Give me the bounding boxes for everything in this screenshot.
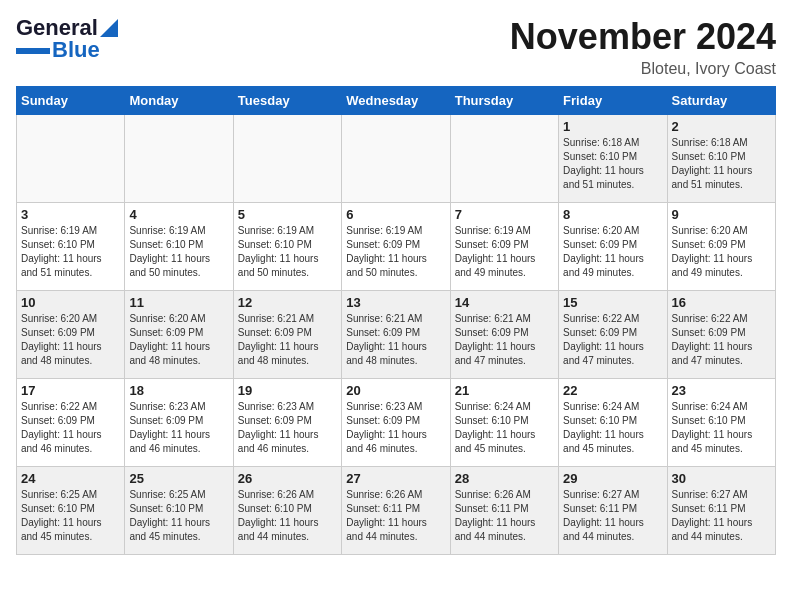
day-info: Sunrise: 6:22 AM Sunset: 6:09 PM Dayligh…: [563, 312, 662, 368]
day-info: Sunrise: 6:22 AM Sunset: 6:09 PM Dayligh…: [21, 400, 120, 456]
day-info: Sunrise: 6:21 AM Sunset: 6:09 PM Dayligh…: [455, 312, 554, 368]
day-info: Sunrise: 6:19 AM Sunset: 6:10 PM Dayligh…: [129, 224, 228, 280]
day-number: 9: [672, 207, 771, 222]
table-row: 10Sunrise: 6:20 AM Sunset: 6:09 PM Dayli…: [17, 291, 125, 379]
day-number: 16: [672, 295, 771, 310]
table-row: 26Sunrise: 6:26 AM Sunset: 6:10 PM Dayli…: [233, 467, 341, 555]
table-row: 23Sunrise: 6:24 AM Sunset: 6:10 PM Dayli…: [667, 379, 775, 467]
day-number: 10: [21, 295, 120, 310]
day-number: 27: [346, 471, 445, 486]
table-row: 27Sunrise: 6:26 AM Sunset: 6:11 PM Dayli…: [342, 467, 450, 555]
day-number: 25: [129, 471, 228, 486]
day-info: Sunrise: 6:27 AM Sunset: 6:11 PM Dayligh…: [672, 488, 771, 544]
day-info: Sunrise: 6:21 AM Sunset: 6:09 PM Dayligh…: [346, 312, 445, 368]
day-info: Sunrise: 6:23 AM Sunset: 6:09 PM Dayligh…: [346, 400, 445, 456]
calendar-week-row: 24Sunrise: 6:25 AM Sunset: 6:10 PM Dayli…: [17, 467, 776, 555]
day-number: 1: [563, 119, 662, 134]
day-info: Sunrise: 6:25 AM Sunset: 6:10 PM Dayligh…: [129, 488, 228, 544]
day-number: 29: [563, 471, 662, 486]
day-number: 22: [563, 383, 662, 398]
day-number: 30: [672, 471, 771, 486]
day-info: Sunrise: 6:26 AM Sunset: 6:10 PM Dayligh…: [238, 488, 337, 544]
table-row: 22Sunrise: 6:24 AM Sunset: 6:10 PM Dayli…: [559, 379, 667, 467]
day-number: 14: [455, 295, 554, 310]
header-wednesday: Wednesday: [342, 87, 450, 115]
day-info: Sunrise: 6:26 AM Sunset: 6:11 PM Dayligh…: [346, 488, 445, 544]
calendar-week-row: 10Sunrise: 6:20 AM Sunset: 6:09 PM Dayli…: [17, 291, 776, 379]
day-number: 21: [455, 383, 554, 398]
table-row: 3Sunrise: 6:19 AM Sunset: 6:10 PM Daylig…: [17, 203, 125, 291]
table-row: 14Sunrise: 6:21 AM Sunset: 6:09 PM Dayli…: [450, 291, 558, 379]
day-info: Sunrise: 6:18 AM Sunset: 6:10 PM Dayligh…: [563, 136, 662, 192]
day-number: 20: [346, 383, 445, 398]
header-sunday: Sunday: [17, 87, 125, 115]
day-number: 4: [129, 207, 228, 222]
table-row: 28Sunrise: 6:26 AM Sunset: 6:11 PM Dayli…: [450, 467, 558, 555]
table-row: 30Sunrise: 6:27 AM Sunset: 6:11 PM Dayli…: [667, 467, 775, 555]
table-row: [233, 115, 341, 203]
table-row: 29Sunrise: 6:27 AM Sunset: 6:11 PM Dayli…: [559, 467, 667, 555]
day-number: 5: [238, 207, 337, 222]
day-info: Sunrise: 6:22 AM Sunset: 6:09 PM Dayligh…: [672, 312, 771, 368]
day-number: 17: [21, 383, 120, 398]
day-number: 3: [21, 207, 120, 222]
table-row: 2Sunrise: 6:18 AM Sunset: 6:10 PM Daylig…: [667, 115, 775, 203]
day-info: Sunrise: 6:19 AM Sunset: 6:09 PM Dayligh…: [346, 224, 445, 280]
header: General Blue November 2024 Bloteu, Ivory…: [16, 16, 776, 78]
day-info: Sunrise: 6:26 AM Sunset: 6:11 PM Dayligh…: [455, 488, 554, 544]
table-row: 16Sunrise: 6:22 AM Sunset: 6:09 PM Dayli…: [667, 291, 775, 379]
day-info: Sunrise: 6:25 AM Sunset: 6:10 PM Dayligh…: [21, 488, 120, 544]
day-info: Sunrise: 6:21 AM Sunset: 6:09 PM Dayligh…: [238, 312, 337, 368]
table-row: 18Sunrise: 6:23 AM Sunset: 6:09 PM Dayli…: [125, 379, 233, 467]
table-row: 9Sunrise: 6:20 AM Sunset: 6:09 PM Daylig…: [667, 203, 775, 291]
calendar-week-row: 17Sunrise: 6:22 AM Sunset: 6:09 PM Dayli…: [17, 379, 776, 467]
svg-marker-0: [100, 19, 118, 37]
table-row: 8Sunrise: 6:20 AM Sunset: 6:09 PM Daylig…: [559, 203, 667, 291]
day-info: Sunrise: 6:23 AM Sunset: 6:09 PM Dayligh…: [129, 400, 228, 456]
calendar-week-row: 3Sunrise: 6:19 AM Sunset: 6:10 PM Daylig…: [17, 203, 776, 291]
day-info: Sunrise: 6:18 AM Sunset: 6:10 PM Dayligh…: [672, 136, 771, 192]
day-number: 24: [21, 471, 120, 486]
table-row: 5Sunrise: 6:19 AM Sunset: 6:10 PM Daylig…: [233, 203, 341, 291]
header-thursday: Thursday: [450, 87, 558, 115]
calendar-location: Bloteu, Ivory Coast: [510, 60, 776, 78]
day-number: 6: [346, 207, 445, 222]
day-info: Sunrise: 6:19 AM Sunset: 6:10 PM Dayligh…: [238, 224, 337, 280]
table-row: 7Sunrise: 6:19 AM Sunset: 6:09 PM Daylig…: [450, 203, 558, 291]
day-number: 15: [563, 295, 662, 310]
table-row: 25Sunrise: 6:25 AM Sunset: 6:10 PM Dayli…: [125, 467, 233, 555]
day-info: Sunrise: 6:24 AM Sunset: 6:10 PM Dayligh…: [455, 400, 554, 456]
calendar-table: Sunday Monday Tuesday Wednesday Thursday…: [16, 86, 776, 555]
table-row: 20Sunrise: 6:23 AM Sunset: 6:09 PM Dayli…: [342, 379, 450, 467]
day-info: Sunrise: 6:24 AM Sunset: 6:10 PM Dayligh…: [563, 400, 662, 456]
logo-blue-text: Blue: [52, 38, 100, 62]
day-number: 26: [238, 471, 337, 486]
day-info: Sunrise: 6:23 AM Sunset: 6:09 PM Dayligh…: [238, 400, 337, 456]
day-number: 8: [563, 207, 662, 222]
day-number: 2: [672, 119, 771, 134]
table-row: 24Sunrise: 6:25 AM Sunset: 6:10 PM Dayli…: [17, 467, 125, 555]
day-number: 18: [129, 383, 228, 398]
table-row: 1Sunrise: 6:18 AM Sunset: 6:10 PM Daylig…: [559, 115, 667, 203]
title-area: November 2024 Bloteu, Ivory Coast: [510, 16, 776, 78]
day-number: 23: [672, 383, 771, 398]
day-number: 7: [455, 207, 554, 222]
header-tuesday: Tuesday: [233, 87, 341, 115]
table-row: [450, 115, 558, 203]
table-row: [342, 115, 450, 203]
logo-blue-bar: [16, 48, 50, 54]
header-friday: Friday: [559, 87, 667, 115]
table-row: 6Sunrise: 6:19 AM Sunset: 6:09 PM Daylig…: [342, 203, 450, 291]
table-row: 12Sunrise: 6:21 AM Sunset: 6:09 PM Dayli…: [233, 291, 341, 379]
day-info: Sunrise: 6:24 AM Sunset: 6:10 PM Dayligh…: [672, 400, 771, 456]
day-number: 13: [346, 295, 445, 310]
calendar-week-row: 1Sunrise: 6:18 AM Sunset: 6:10 PM Daylig…: [17, 115, 776, 203]
header-monday: Monday: [125, 87, 233, 115]
header-saturday: Saturday: [667, 87, 775, 115]
table-row: 11Sunrise: 6:20 AM Sunset: 6:09 PM Dayli…: [125, 291, 233, 379]
logo: General Blue: [16, 16, 118, 62]
day-info: Sunrise: 6:20 AM Sunset: 6:09 PM Dayligh…: [129, 312, 228, 368]
day-info: Sunrise: 6:20 AM Sunset: 6:09 PM Dayligh…: [21, 312, 120, 368]
table-row: 21Sunrise: 6:24 AM Sunset: 6:10 PM Dayli…: [450, 379, 558, 467]
day-info: Sunrise: 6:19 AM Sunset: 6:10 PM Dayligh…: [21, 224, 120, 280]
